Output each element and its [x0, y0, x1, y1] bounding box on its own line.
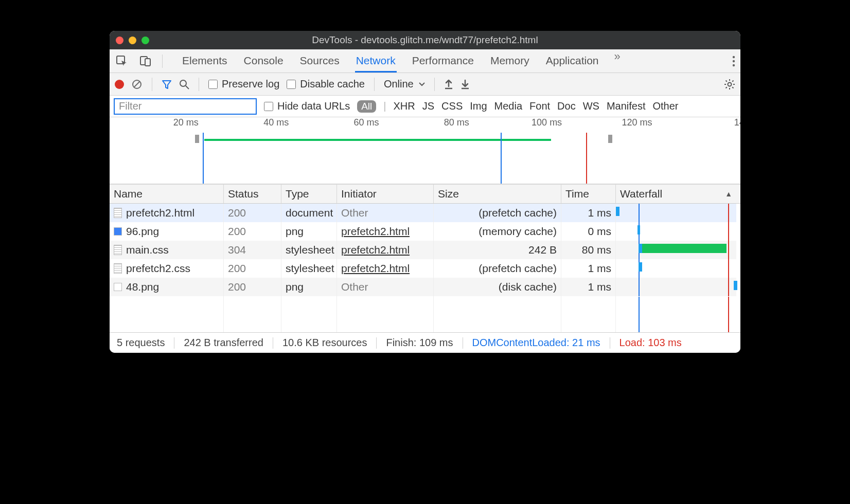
- tab-application[interactable]: Application: [545, 50, 600, 73]
- svg-point-12: [728, 82, 732, 86]
- cell-size: (prefetch cache): [434, 204, 561, 222]
- table-spacer: [110, 296, 740, 332]
- filter-xhr[interactable]: XHR: [394, 100, 415, 112]
- cell-waterfall: [616, 241, 736, 259]
- cell-time: 80 ms: [561, 241, 616, 259]
- hide-data-urls-label: Hide data URLs: [277, 100, 350, 112]
- disable-cache-label: Disable cache: [300, 78, 365, 90]
- filter-input[interactable]: [114, 98, 257, 115]
- search-icon[interactable]: [179, 79, 189, 89]
- kebab-menu-icon[interactable]: [732, 56, 735, 67]
- cell-type: png: [281, 278, 337, 296]
- tab-network[interactable]: Network: [355, 50, 397, 73]
- svg-point-3: [733, 56, 735, 58]
- cell-name: 48.png: [110, 278, 224, 296]
- timeline-overview[interactable]: 20 ms 40 ms 60 ms 80 ms 100 ms 120 ms 14: [110, 117, 740, 184]
- cell-size: 242 B: [434, 241, 561, 259]
- disable-cache-checkbox[interactable]: Disable cache: [287, 78, 365, 90]
- initiator-link[interactable]: prefetch2.html: [341, 225, 410, 238]
- cell-status: 200: [224, 278, 281, 296]
- initiator-link[interactable]: prefetch2.html: [341, 262, 410, 275]
- cell-waterfall: [616, 222, 736, 241]
- filter-media[interactable]: Media: [494, 100, 522, 112]
- col-initiator[interactable]: Initiator: [337, 185, 434, 203]
- cell-initiator: prefetch2.html: [337, 222, 434, 241]
- tab-performance[interactable]: Performance: [411, 50, 475, 73]
- col-waterfall[interactable]: Waterfall▲: [616, 185, 736, 203]
- cell-size: (prefetch cache): [434, 259, 561, 278]
- tick-label: 120 ms: [622, 117, 652, 128]
- tab-console[interactable]: Console: [243, 50, 285, 73]
- timeline-handle-right[interactable]: [608, 135, 612, 143]
- download-har-icon[interactable]: [461, 79, 470, 89]
- cell-name: 96.png: [110, 222, 224, 241]
- col-size[interactable]: Size: [434, 185, 561, 203]
- cell-initiator: Other: [337, 204, 434, 222]
- record-icon[interactable]: [115, 80, 124, 89]
- filter-doc[interactable]: Doc: [557, 100, 576, 112]
- overview-load-marker: [586, 133, 587, 184]
- filter-font[interactable]: Font: [529, 100, 550, 112]
- status-load: Load: 103 ms: [619, 337, 682, 349]
- gear-icon[interactable]: [724, 79, 735, 90]
- inspect-icon[interactable]: [115, 54, 129, 68]
- cell-waterfall: [616, 259, 736, 278]
- titlebar: DevTools - devtools.glitch.me/wndt77/pre…: [110, 31, 740, 49]
- status-finish: Finish: 109 ms: [386, 337, 453, 349]
- cell-initiator: prefetch2.html: [337, 259, 434, 278]
- svg-point-5: [733, 64, 735, 66]
- filter-other[interactable]: Other: [652, 100, 678, 112]
- device-toggle-icon[interactable]: [138, 54, 153, 68]
- svg-line-17: [726, 80, 727, 81]
- table-body: prefetch2.html 200 document Other (prefe…: [110, 204, 740, 296]
- col-status[interactable]: Status: [224, 185, 281, 203]
- tick-label: 80 ms: [444, 117, 469, 128]
- waterfall-segment: [616, 207, 619, 216]
- cell-time: 0 ms: [561, 222, 616, 241]
- image-icon: [114, 283, 122, 291]
- filter-manifest[interactable]: Manifest: [607, 100, 646, 112]
- initiator-link[interactable]: prefetch2.html: [341, 244, 410, 256]
- filter-css[interactable]: CSS: [441, 100, 463, 112]
- overview-dcl-marker: [203, 133, 204, 184]
- filter-img[interactable]: Img: [470, 100, 487, 112]
- cell-name: prefetch2.html: [110, 204, 224, 222]
- cell-initiator: prefetch2.html: [337, 241, 434, 259]
- initiator-text: Other: [341, 207, 368, 219]
- cell-time: 1 ms: [561, 278, 616, 296]
- status-resources: 10.6 KB resources: [282, 337, 367, 349]
- cell-initiator: Other: [337, 278, 434, 296]
- col-time[interactable]: Time: [561, 185, 616, 203]
- upload-har-icon[interactable]: [444, 79, 453, 89]
- timeline-handle-left[interactable]: [195, 135, 199, 143]
- tab-memory[interactable]: Memory: [489, 50, 530, 73]
- tick-label: 40 ms: [263, 117, 289, 128]
- cell-time: 1 ms: [561, 259, 616, 278]
- filter-all[interactable]: All: [357, 100, 376, 113]
- file-icon: [114, 245, 122, 255]
- clear-icon[interactable]: [131, 79, 143, 90]
- filter-ws[interactable]: WS: [583, 100, 599, 112]
- image-icon: [114, 227, 122, 236]
- throttling-select[interactable]: Online: [384, 78, 425, 90]
- tab-sources[interactable]: Sources: [299, 50, 341, 73]
- cell-time: 1 ms: [561, 204, 616, 222]
- waterfall-segment: [639, 244, 642, 253]
- file-icon: [114, 208, 122, 218]
- more-tabs-icon[interactable]: »: [614, 50, 620, 73]
- col-name[interactable]: Name: [110, 185, 224, 203]
- tab-elements[interactable]: Elements: [181, 50, 228, 73]
- svg-rect-2: [145, 59, 150, 66]
- tick-label: 14: [734, 117, 740, 128]
- filter-bar: Hide data URLs All | XHR JS CSS Img Medi…: [110, 96, 740, 117]
- filter-js[interactable]: JS: [422, 100, 434, 112]
- filter-icon[interactable]: [162, 79, 172, 89]
- hide-data-urls-checkbox[interactable]: Hide data URLs: [264, 100, 350, 112]
- cell-type: stylesheet: [281, 241, 337, 259]
- overview-marker: [501, 133, 502, 184]
- cell-status: 200: [224, 222, 281, 241]
- svg-line-9: [186, 86, 189, 89]
- preserve-log-checkbox[interactable]: Preserve log: [208, 78, 279, 90]
- cell-type: stylesheet: [281, 259, 337, 278]
- col-type[interactable]: Type: [281, 185, 337, 203]
